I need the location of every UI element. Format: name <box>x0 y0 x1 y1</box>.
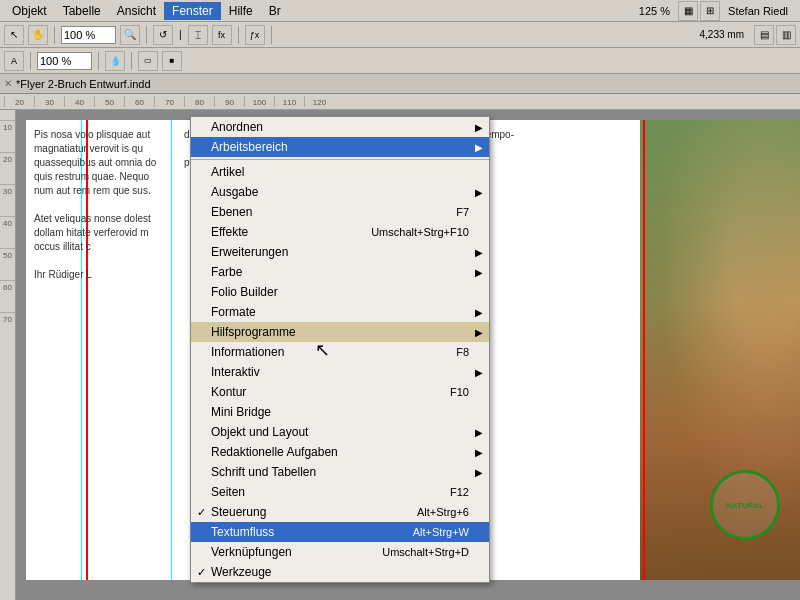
page-text-left: Pis nosa volo plisquae aut magnatiatur v… <box>26 120 171 580</box>
photo-area: NATURAL <box>640 120 800 580</box>
ruler-mark-80: 80 <box>184 96 214 107</box>
zoom-input-2[interactable] <box>37 52 92 70</box>
menu-steuerung-shortcut: Alt+Strg+6 <box>417 506 469 518</box>
ruler-mark-90: 90 <box>214 96 244 107</box>
document-tab[interactable]: *Flyer 2-Bruch Entwurf.indd <box>16 78 151 90</box>
menu-textumfluss[interactable]: Textumfluss Alt+Strg+W <box>191 522 489 542</box>
menu-seiten[interactable]: Seiten F12 <box>191 482 489 502</box>
view-mode-btn1[interactable]: ▦ <box>678 1 698 21</box>
menu-artikel-label: Artikel <box>211 165 244 179</box>
fill-btn[interactable]: ■ <box>162 51 182 71</box>
sep1 <box>54 26 55 44</box>
menu-steuerung-label: Steuerung <box>211 505 266 519</box>
menu-effekte[interactable]: Effekte Umschalt+Strg+F10 <box>191 222 489 242</box>
sep5 <box>271 26 272 44</box>
menu-mini-bridge[interactable]: Mini Bridge <box>191 402 489 422</box>
stroke-btn[interactable]: ▭ <box>138 51 158 71</box>
view-mode-btn2[interactable]: ⊞ <box>700 1 720 21</box>
schrift-tabellen-arrow: ▶ <box>475 467 483 478</box>
menu-farbe-label: Farbe <box>211 265 242 279</box>
menu-ebenen-shortcut: F7 <box>456 206 469 218</box>
anordnen-arrow: ▶ <box>475 122 483 133</box>
menu-mini-bridge-label: Mini Bridge <box>211 405 271 419</box>
menu-ansicht[interactable]: Ansicht <box>109 2 164 20</box>
menu-kontur-shortcut: F10 <box>450 386 469 398</box>
menu-informationen-label: Informationen <box>211 345 284 359</box>
menu-erweiterungen[interactable]: Erweiterungen ▶ <box>191 242 489 262</box>
tab-bar: ✕ *Flyer 2-Bruch Entwurf.indd <box>0 74 800 94</box>
menu-objekt-layout-label: Objekt und Layout <box>211 425 308 439</box>
main-area: 20 30 40 50 60 70 80 90 100 110 120 10 2… <box>0 94 800 600</box>
menu-redaktionelle-aufgaben-label: Redaktionelle Aufgaben <box>211 445 338 459</box>
ruler-mark-40: 40 <box>64 96 94 107</box>
ruler-mark-70: 70 <box>154 96 184 107</box>
sep2 <box>146 26 147 44</box>
grid-btn1[interactable]: ▤ <box>754 25 774 45</box>
rotate-left[interactable]: ↺ <box>153 25 173 45</box>
sep7 <box>98 52 99 70</box>
menu-kontur-label: Kontur <box>211 385 246 399</box>
menu-schrift-tabellen[interactable]: Schrift und Tabellen ▶ <box>191 462 489 482</box>
menu-anordnen[interactable]: Anordnen ▶ <box>191 117 489 137</box>
cyan-guide-2 <box>171 120 172 580</box>
redaktionelle-aufgaben-arrow: ▶ <box>475 447 483 458</box>
formate-arrow: ▶ <box>475 307 483 318</box>
sep6 <box>30 52 31 70</box>
toolbar-1: ↖ ✋ 🔍 ↺ | ⌶ fx ƒx 4,233 mm ▤ ▥ <box>0 22 800 48</box>
menu-formate[interactable]: Formate ▶ <box>191 302 489 322</box>
menu-hilfsprogramme[interactable]: Hilfsprogramme ▶ <box>191 322 489 342</box>
menu-seiten-shortcut: F12 <box>450 486 469 498</box>
arrow-tool[interactable]: ↖ <box>4 25 24 45</box>
hand-tool[interactable]: ✋ <box>28 25 48 45</box>
menu-redaktionelle-aufgaben[interactable]: Redaktionelle Aufgaben ▶ <box>191 442 489 462</box>
menu-hilfsprogramme-label: Hilfsprogramme <box>211 325 296 339</box>
menu-ebenen-label: Ebenen <box>211 205 252 219</box>
ruler-mark-20: 20 <box>4 96 34 107</box>
menu-seiten-label: Seiten <box>211 485 245 499</box>
username: Stefan Riedl <box>728 5 788 17</box>
eyedropper[interactable]: 💧 <box>105 51 125 71</box>
fx-btn[interactable]: fx <box>212 25 232 45</box>
zoom-input-1[interactable] <box>61 26 116 44</box>
objekt-layout-arrow: ▶ <box>475 427 483 438</box>
menu-informationen[interactable]: Informationen F8 <box>191 342 489 362</box>
ruler-mark-100: 100 <box>244 96 274 107</box>
hilfsprogramme-arrow: ▶ <box>475 327 483 338</box>
menu-folio-builder[interactable]: Folio Builder <box>191 282 489 302</box>
zoom-btn[interactable]: 🔍 <box>120 25 140 45</box>
menu-formate-label: Formate <box>211 305 256 319</box>
menu-farbe[interactable]: Farbe ▶ <box>191 262 489 282</box>
menu-folio-builder-label: Folio Builder <box>211 285 278 299</box>
menu-verknuepfungen[interactable]: Verknüpfungen Umschalt+Strg+D <box>191 542 489 562</box>
menu-fenster[interactable]: Fenster <box>164 2 221 20</box>
menu-werkzeuge-label: Werkzeuge <box>211 565 271 579</box>
interaktiv-arrow: ▶ <box>475 367 483 378</box>
doc-text-p1: Pis nosa volo plisquae aut magnatiatur v… <box>34 128 163 198</box>
stamp-badge: NATURAL <box>710 470 780 540</box>
menu-interaktiv[interactable]: Interaktiv ▶ <box>191 362 489 382</box>
menu-textumfluss-label: Textumfluss <box>211 525 274 539</box>
menu-arbeitsbereich[interactable]: Arbeitsbereich ▶ <box>191 137 489 157</box>
ruler-mark-30: 30 <box>34 96 64 107</box>
menu-kontur[interactable]: Kontur F10 <box>191 382 489 402</box>
tool-a[interactable]: A <box>4 51 24 71</box>
menu-objekt-layout[interactable]: Objekt und Layout ▶ <box>191 422 489 442</box>
ruler-mark-110: 110 <box>274 96 304 107</box>
menu-ausgabe[interactable]: Ausgabe ▶ <box>191 182 489 202</box>
grid-btn2[interactable]: ▥ <box>776 25 796 45</box>
close-tab-btn[interactable]: ✕ <box>4 78 12 89</box>
formula-btn[interactable]: ƒx <box>245 25 265 45</box>
menu-br[interactable]: Br <box>261 2 289 20</box>
menu-werkzeuge[interactable]: Werkzeuge <box>191 562 489 582</box>
menu-hilfe[interactable]: Hilfe <box>221 2 261 20</box>
menu-interaktiv-label: Interaktiv <box>211 365 260 379</box>
menu-effekte-label: Effekte <box>211 225 248 239</box>
menu-ebenen[interactable]: Ebenen F7 <box>191 202 489 222</box>
align-left[interactable]: ⌶ <box>188 25 208 45</box>
menu-tabelle[interactable]: Tabelle <box>55 2 109 20</box>
menu-objekt[interactable]: Objekt <box>4 2 55 20</box>
menu-artikel[interactable]: Artikel <box>191 162 489 182</box>
red-border-right <box>643 120 645 580</box>
menu-verknuepfungen-label: Verknüpfungen <box>211 545 292 559</box>
menu-steuerung[interactable]: Steuerung Alt+Strg+6 <box>191 502 489 522</box>
